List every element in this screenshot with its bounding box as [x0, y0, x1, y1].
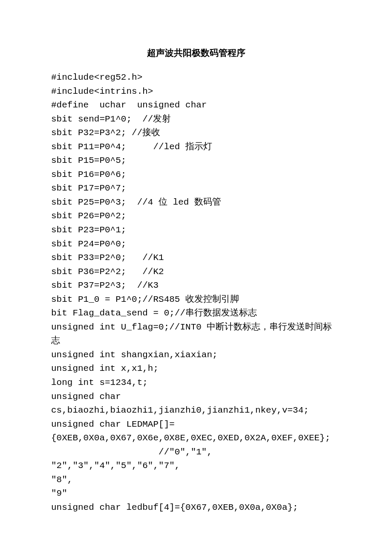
code-line: //"0","1", "2","3","4","5","6","7",	[51, 445, 341, 473]
code-line: cs,biaozhi,biaozhi1,jianzhi0,jianzhi1,nk…	[51, 404, 341, 418]
code-line: sbit P16=P0^6;	[51, 168, 341, 182]
code-line: sbit P1_0 = P1^0;//RS485 收发控制引脚	[51, 293, 341, 307]
code-line: {0XEB,0X0a,0X67,0X6e,0X8E,0XEC,0XED,0X2A…	[51, 431, 341, 445]
code-line: unsigned char LEDMAP[]=	[51, 418, 341, 432]
code-line: long int s=1234,t;	[51, 376, 341, 390]
code-line: unsigned char	[51, 390, 341, 404]
code-line: sbit P32=P3^2; //接收	[51, 126, 341, 140]
code-line: "8",	[51, 473, 341, 487]
code-line: sbit P15=P0^5;	[51, 154, 341, 168]
code-line: unsigned int x,x1,h;	[51, 362, 341, 376]
code-line: sbit P33=P2^0; //K1	[51, 251, 341, 265]
code-line: #include<reg52.h>	[51, 71, 341, 85]
code-line: #include<intrins.h>	[51, 85, 341, 99]
code-line: unsigned char ledbuf[4]={0X67,0XEB,0X0a,…	[51, 501, 341, 515]
code-line: sbit P24=P0^0;	[51, 237, 341, 251]
code-line: sbit P25=P0^3; //4 位 led 数码管	[51, 196, 341, 210]
code-line: sbit send=P1^0; //发射	[51, 113, 341, 127]
code-block: #include<reg52.h>#include<intrins.h>#def…	[51, 71, 341, 515]
document-page: 超声波共阳极数码管程序 #include<reg52.h>#include<in…	[0, 0, 392, 541]
code-line: "9"	[51, 487, 341, 501]
code-line: sbit P11=P0^4; //led 指示灯	[51, 140, 341, 154]
code-line: sbit P37=P2^3; //K3	[51, 279, 341, 293]
code-line: unsigned int U_flag=0;//INT0 中断计数标志，串行发送…	[51, 321, 341, 348]
code-line: sbit P36=P2^2; //K2	[51, 265, 341, 279]
code-line: sbit P23=P0^1;	[51, 223, 341, 237]
code-line: unsigned int shangxian,xiaxian;	[51, 348, 341, 362]
code-line: bit Flag_data_send = 0;//串行数据发送标志	[51, 306, 341, 321]
code-line: sbit P17=P0^7;	[51, 182, 341, 196]
code-line: sbit P26=P0^2;	[51, 209, 341, 223]
code-line: #define uchar unsigned char	[51, 98, 341, 113]
document-title: 超声波共阳极数码管程序	[51, 47, 341, 59]
